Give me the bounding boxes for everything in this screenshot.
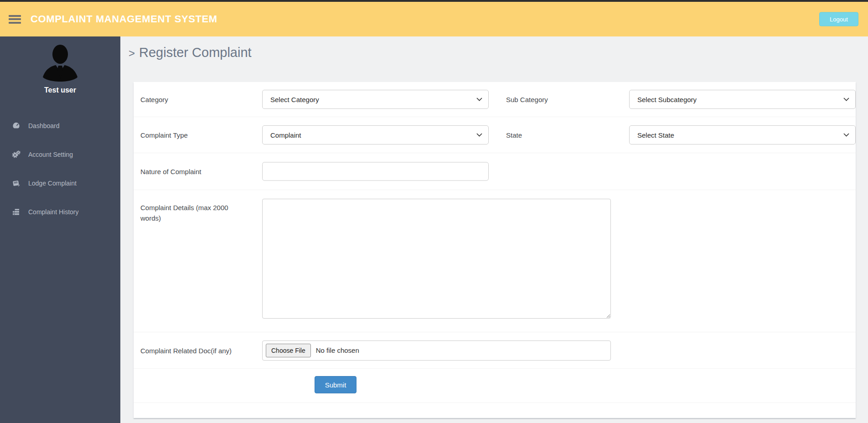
category-label: Category <box>140 96 168 103</box>
list-icon <box>12 208 21 216</box>
sidebar-item-label: Complaint History <box>28 208 78 216</box>
submit-button[interactable]: Submit <box>315 376 356 393</box>
sub-category-label: Sub Category <box>506 96 548 103</box>
related-doc-label: Complaint Related Doc(if any) <box>140 346 232 354</box>
book-icon <box>12 180 21 187</box>
file-upload-field[interactable]: Choose File No file chosen <box>262 340 611 361</box>
category-select[interactable]: Select Category <box>262 90 489 109</box>
complaint-details-label: Complaint Details (max 2000 words) <box>140 202 236 224</box>
sidebar-menu: Dashboard Account Setting <box>0 111 120 226</box>
register-complaint-form: Category Select Category Sub Category Se… <box>134 82 856 418</box>
user-avatar-icon <box>40 42 81 83</box>
nature-of-complaint-label: Nature of Complaint <box>140 168 201 175</box>
sidebar-item-lodge-complaint[interactable]: Lodge Complaint <box>0 169 120 197</box>
hamburger-menu-icon[interactable] <box>9 15 21 24</box>
breadcrumb-chevron-icon: > <box>129 47 135 59</box>
form-row-category: Category Select Category Sub Category Se… <box>134 82 856 117</box>
form-row-nature: Nature of Complaint <box>134 153 856 190</box>
sidebar-item-label: Account Setting <box>28 151 73 158</box>
user-profile: Test user <box>0 36 120 94</box>
main-content: >Register Complaint Category Select Cate… <box>120 36 868 423</box>
form-row-submit: Submit <box>134 369 856 403</box>
form-row-doc: Complaint Related Doc(if any) Choose Fil… <box>134 332 856 369</box>
complaint-type-select[interactable]: Complaint <box>262 125 489 144</box>
sidebar: Test user Dashboard <box>0 36 120 423</box>
complaint-type-label: Complaint Type <box>140 131 188 139</box>
page-title-text: Register Complaint <box>139 45 252 60</box>
file-status-text: No file chosen <box>316 346 359 354</box>
complaint-details-textarea[interactable] <box>262 199 611 319</box>
sidebar-item-dashboard[interactable]: Dashboard <box>0 111 120 140</box>
dashboard-icon <box>12 122 21 129</box>
state-select[interactable]: Select State <box>629 125 856 144</box>
gears-icon <box>12 150 21 158</box>
app-header: COMPLAINT MANAGEMENT SYSTEM Logout <box>0 2 868 36</box>
username: Test user <box>0 86 120 94</box>
form-row-details: Complaint Details (max 2000 words) <box>134 190 856 332</box>
state-label: State <box>506 131 522 139</box>
nature-of-complaint-input[interactable] <box>262 162 489 181</box>
form-row-type-state: Complaint Type Complaint State Select St… <box>134 117 856 153</box>
choose-file-button[interactable]: Choose File <box>266 344 311 357</box>
sidebar-item-label: Lodge Complaint <box>28 180 77 187</box>
sidebar-item-label: Dashboard <box>28 122 60 129</box>
app-title: COMPLAINT MANAGEMENT SYSTEM <box>31 13 217 25</box>
card-footer <box>134 403 856 417</box>
logout-button[interactable]: Logout <box>819 12 858 26</box>
page-title: >Register Complaint <box>129 45 252 60</box>
sidebar-item-complaint-history[interactable]: Complaint History <box>0 197 120 226</box>
sub-category-select[interactable]: Select Subcategory <box>629 90 856 109</box>
sidebar-item-account-setting[interactable]: Account Setting <box>0 140 120 169</box>
